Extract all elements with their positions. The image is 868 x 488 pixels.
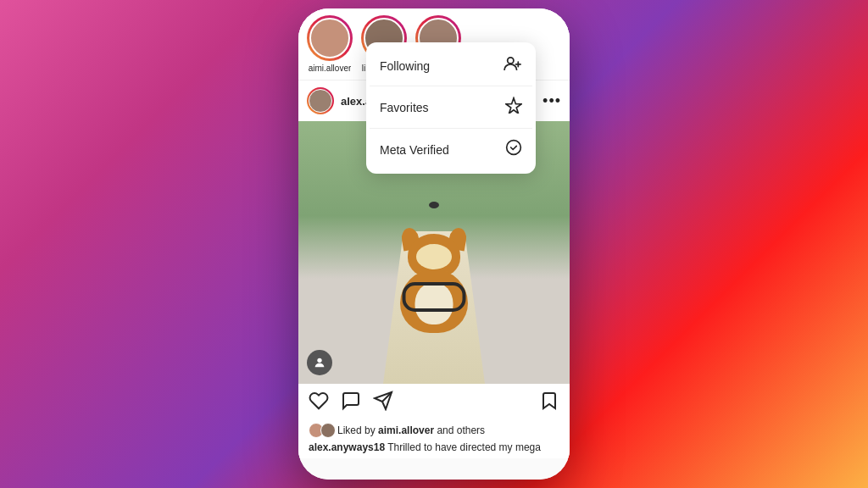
- likes-row: Liked by aimi.allover and others: [298, 423, 570, 441]
- phone-screen: aimi.allover lil_wyatt838 misi... alex.a…: [298, 8, 570, 480]
- post-avatar-inner: [309, 89, 332, 113]
- post-avatar[interactable]: [307, 87, 334, 114]
- dropdown-following[interactable]: Following: [366, 46, 536, 86]
- share-button[interactable]: [373, 391, 393, 416]
- likes-text: Liked by aimi.allover and others: [337, 424, 485, 436]
- post-actions: [298, 384, 570, 423]
- dropdown-favorites[interactable]: Favorites: [366, 86, 536, 128]
- caption-row: alex.anyways18 Thrilled to have directed…: [298, 441, 570, 458]
- caption-username[interactable]: alex.anyways18: [309, 441, 385, 453]
- svg-point-2: [317, 358, 321, 363]
- dog-harness: [403, 282, 466, 312]
- following-icon: [504, 56, 522, 75]
- story-avatar-inner: [309, 18, 350, 58]
- dog-face: [416, 244, 452, 269]
- story-item[interactable]: aimi.allover: [307, 15, 353, 73]
- bookmark-button[interactable]: [539, 391, 559, 416]
- likes-suffix: and others: [434, 424, 485, 436]
- likes-avatars: [309, 423, 332, 438]
- phone-frame: aimi.allover lil_wyatt838 misi... alex.a…: [298, 8, 570, 480]
- story-username: aimi.allover: [309, 64, 352, 73]
- caption-content: Thrilled to have directed my mega: [387, 441, 541, 453]
- user-circle-icon: [307, 350, 332, 375]
- dropdown-meta-verified-label: Meta Verified: [380, 143, 449, 157]
- dog-illustration: [387, 223, 481, 333]
- likes-avatar-2: [320, 423, 336, 438]
- like-button[interactable]: [309, 391, 329, 416]
- post-more-button[interactable]: •••: [542, 92, 561, 110]
- dropdown-menu: Following Favorites: [366, 42, 536, 174]
- dog-nose: [429, 202, 439, 208]
- star-icon: [505, 97, 522, 118]
- svg-point-1: [507, 141, 521, 155]
- verified-icon: [505, 139, 522, 160]
- svg-point-0: [508, 58, 514, 64]
- dog-body: [400, 269, 468, 333]
- dropdown-meta-verified[interactable]: Meta Verified: [366, 129, 536, 170]
- comment-button[interactable]: [341, 391, 361, 416]
- story-avatar-ring: [307, 15, 353, 61]
- dropdown-following-label: Following: [380, 59, 430, 73]
- dropdown-favorites-label: Favorites: [380, 101, 429, 114]
- likes-username[interactable]: aimi.allover: [378, 424, 434, 436]
- likes-prefix: Liked by: [337, 424, 378, 436]
